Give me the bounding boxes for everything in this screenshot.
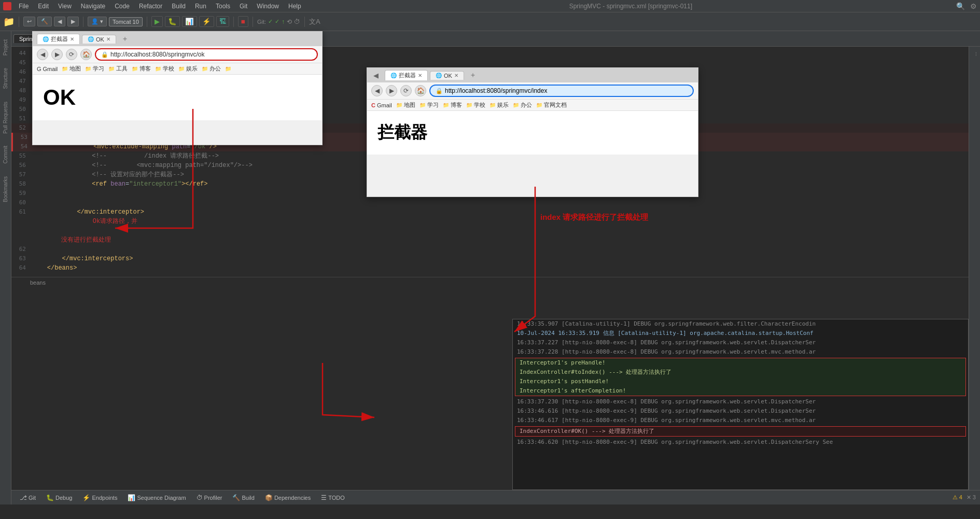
- bm-r-office[interactable]: 📁 办公: [513, 101, 532, 109]
- run-config-btn[interactable]: 👤 ▾: [88, 17, 107, 26]
- browser-left-forward[interactable]: ▶: [51, 49, 63, 60]
- settings-icon[interactable]: ⚙: [970, 2, 977, 10]
- bm-tools-label: 工具: [116, 65, 128, 73]
- browser-left-back[interactable]: ◀: [37, 49, 48, 60]
- stop-btn[interactable]: ■: [238, 16, 248, 27]
- menu-view[interactable]: View: [54, 2, 76, 11]
- browser-right-tab-add[interactable]: ＋: [466, 69, 480, 81]
- menu-build[interactable]: Build: [167, 2, 190, 11]
- menu-tools[interactable]: Tools: [212, 2, 234, 11]
- bm-r-blog[interactable]: 📁 博客: [443, 101, 462, 109]
- debug-btn-bottom[interactable]: 🐛 Debug: [42, 493, 76, 502]
- browser-left-home[interactable]: 🏠: [80, 49, 92, 60]
- browser-right-tab-lanjie-label: 拦截器: [399, 72, 416, 79]
- sidebar-right-label[interactable]: ...: [972, 49, 977, 59]
- log-panel: 16:33:35.907 [Catalina-utility-1] DEBUG …: [512, 319, 969, 490]
- git-check-icon[interactable]: ✓: [268, 18, 273, 25]
- sidebar-bookmarks[interactable]: Bookmarks: [3, 172, 8, 206]
- git-history-icon[interactable]: ⏱: [294, 18, 300, 25]
- sidebar-pullreq[interactable]: Pull Requests: [3, 97, 8, 138]
- browser-right-url[interactable]: 🔒 http://localhost:8080/springmvc/index: [429, 85, 694, 97]
- translate-icon[interactable]: 文A: [309, 17, 320, 26]
- build-btn-bottom[interactable]: 🔨 Build: [228, 493, 258, 502]
- coverage-btn[interactable]: 📊: [182, 16, 197, 27]
- browser-right-refresh[interactable]: ⟳: [400, 85, 412, 96]
- browser-right-tab-ok-close[interactable]: ✕: [454, 73, 458, 78]
- separator2: [83, 17, 83, 27]
- bm-r-fun-icon: 📁: [489, 102, 496, 108]
- bm-blog[interactable]: 📁 博客: [132, 65, 151, 73]
- bm-tools[interactable]: 📁 工具: [108, 65, 128, 73]
- browser-right-url-text: http://localhost:8080/springmvc/index: [445, 87, 547, 94]
- sidebar-structure[interactable]: Structure: [3, 64, 8, 93]
- project-icon[interactable]: 📁: [3, 16, 15, 27]
- browser-left-tab-ok-close[interactable]: ✕: [106, 36, 110, 42]
- dependencies-icon: 📦: [265, 494, 273, 501]
- bm-more[interactable]: 📁: [225, 66, 231, 72]
- bm-gmail[interactable]: G Gmail: [37, 66, 58, 72]
- bm-more-icon: 📁: [225, 66, 231, 72]
- run-btn[interactable]: ▶: [151, 16, 163, 27]
- browser-right-tab-back[interactable]: ◀: [373, 72, 379, 79]
- browser-right-tab-lanjie[interactable]: 🌐 拦截器 ✕: [385, 70, 428, 80]
- bm-school[interactable]: 📁 学校: [155, 65, 174, 73]
- code-line-64: 64 </beans>: [11, 263, 969, 273]
- bm-study[interactable]: 📁 学习: [85, 65, 104, 73]
- menu-file[interactable]: File: [15, 2, 33, 11]
- menu-run[interactable]: Run: [191, 2, 211, 11]
- bm-r-study[interactable]: 📁 学习: [419, 101, 439, 109]
- browser-left-url[interactable]: 🔒 http://localhost:8080/springmvc/ok: [95, 48, 318, 61]
- menu-refactor[interactable]: Refactor: [135, 2, 166, 11]
- build-btn2[interactable]: 🏗: [216, 16, 229, 27]
- menu-code[interactable]: Code: [110, 2, 134, 11]
- browser-left-tab-ok[interactable]: 🌐 OK ✕: [82, 35, 116, 44]
- bm-r-fun[interactable]: 📁 娱乐: [489, 101, 509, 109]
- bm-map[interactable]: 📁 地图: [62, 65, 81, 73]
- back-btn[interactable]: ◀: [54, 17, 65, 26]
- sequence-diagram-btn[interactable]: 📊 Sequence Diagram: [123, 493, 190, 502]
- git-check2-icon[interactable]: ✓: [275, 18, 279, 25]
- bm-r-map[interactable]: 📁 地图: [396, 101, 415, 109]
- bm-office[interactable]: 📁 办公: [202, 65, 221, 73]
- debug-btn[interactable]: 🐛: [165, 16, 180, 27]
- dependencies-btn[interactable]: 📦 Dependencies: [261, 493, 315, 502]
- git-push-icon[interactable]: ↑: [282, 18, 285, 25]
- menu-window[interactable]: Window: [253, 2, 283, 11]
- tomcat-btn[interactable]: Tomcat 10: [109, 17, 143, 26]
- bm-fun-icon: 📁: [178, 66, 185, 72]
- build-btn[interactable]: 🔨: [37, 17, 52, 26]
- profiler-btn[interactable]: ⏱ Profiler: [192, 493, 227, 502]
- sidebar-project[interactable]: Project: [3, 35, 8, 60]
- browser-right-forward[interactable]: ▶: [386, 85, 397, 96]
- annotation-index-text: index 请求路径进行了拦截处理: [540, 213, 648, 221]
- menu-help[interactable]: Help: [284, 2, 305, 11]
- profile-btn[interactable]: ⚡: [199, 16, 214, 27]
- browser-left-bookmarks: G Gmail 📁 地图 📁 学习 📁 工具 📁 博客: [33, 63, 322, 75]
- git-btn[interactable]: ⎇ Git: [16, 493, 40, 502]
- bm-r-docs[interactable]: 📁 官网文档: [536, 101, 567, 109]
- endpoints-btn[interactable]: ⚡ Endpoints: [78, 493, 121, 502]
- menu-git[interactable]: Git: [235, 2, 251, 11]
- browser-right-home[interactable]: 🏠: [415, 85, 426, 96]
- sidebar-commit[interactable]: Commit: [3, 142, 8, 167]
- menu-navigate[interactable]: Navigate: [77, 2, 109, 11]
- browser-left-tab-add[interactable]: ＋: [118, 33, 132, 45]
- menu-edit[interactable]: Edit: [34, 2, 53, 11]
- annotation-index-intercept: index 请求路径进行了拦截处理: [540, 213, 648, 222]
- log-line-9: 16:33:37.230 [http-nio-8080-exec-8] DEBU…: [513, 397, 968, 406]
- forward-btn[interactable]: ▶: [67, 17, 79, 26]
- browser-right-tab-ok[interactable]: 🌐 OK ✕: [430, 71, 464, 80]
- browser-right-tab-lanjie-close[interactable]: ✕: [418, 73, 422, 78]
- bm-fun[interactable]: 📁 娱乐: [178, 65, 198, 73]
- browser-left-tab-lanjie[interactable]: 🌐 拦截器 ✕: [37, 34, 80, 44]
- git-pull-icon[interactable]: ⟲: [287, 18, 292, 25]
- bm-r-gmail[interactable]: C Gmail: [371, 102, 392, 108]
- todo-btn[interactable]: ☰ TODO: [317, 493, 349, 502]
- browser-right-back[interactable]: ◀: [371, 85, 383, 96]
- browser-left-tab-lanjie-close[interactable]: ✕: [70, 36, 74, 42]
- bm-r-school[interactable]: 📁 学校: [466, 101, 485, 109]
- search-icon[interactable]: 🔍: [956, 2, 965, 10]
- browser-left-refresh[interactable]: ⟳: [66, 49, 77, 60]
- undo-btn[interactable]: ↩: [23, 17, 35, 26]
- browser-left-content: OK: [33, 75, 322, 120]
